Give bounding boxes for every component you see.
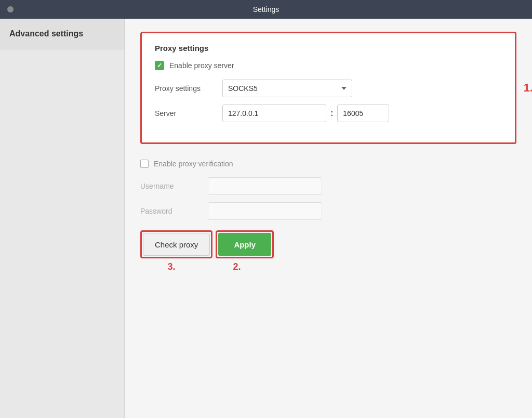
annotation-2: 2. <box>206 262 268 272</box>
buttons-area: Check proxy Apply <box>140 230 516 258</box>
check-proxy-wrapper: Check proxy <box>140 230 212 258</box>
proxy-type-select[interactable]: SOCKS5 SOCKS4 HTTP HTTPS <box>222 80 352 97</box>
verification-checkbox[interactable] <box>140 160 149 168</box>
proxy-settings-box: Proxy settings Enable proxy server Proxy… <box>140 32 516 144</box>
enable-proxy-label: Enable proxy server <box>169 61 234 70</box>
proxy-type-row: Proxy settings SOCKS5 SOCKS4 HTTP HTTPS <box>155 80 502 97</box>
proxy-settings-label: Proxy settings <box>155 84 222 93</box>
apply-button[interactable]: Apply <box>218 233 271 256</box>
sidebar-item-advanced-settings[interactable]: Advanced settings <box>0 19 124 49</box>
content-area: Proxy settings Enable proxy server Proxy… <box>125 19 532 418</box>
check-proxy-button[interactable]: Check proxy <box>143 233 210 256</box>
proxy-type-control: SOCKS5 SOCKS4 HTTP HTTPS <box>222 80 502 97</box>
title-bar: Settings <box>0 0 532 19</box>
password-input[interactable] <box>208 202 322 220</box>
verification-label: Enable proxy verification <box>154 160 233 168</box>
password-label: Password <box>140 207 208 215</box>
proxy-settings-title: Proxy settings <box>155 44 502 53</box>
window-title: Settings <box>253 5 280 14</box>
main-layout: Advanced settings Proxy settings Enable … <box>0 19 532 418</box>
username-row: Username <box>140 177 516 195</box>
apply-wrapper: Apply <box>216 230 274 258</box>
password-row: Password <box>140 202 516 220</box>
enable-proxy-row: Enable proxy server <box>155 61 502 70</box>
enable-proxy-checkbox[interactable] <box>155 61 164 70</box>
username-input[interactable] <box>208 177 322 195</box>
server-port-input[interactable] <box>337 104 389 122</box>
annotation-3: 3. <box>140 262 203 272</box>
server-inputs: : <box>222 104 389 122</box>
sidebar: Advanced settings <box>0 19 125 418</box>
verification-row: Enable proxy verification <box>140 160 516 168</box>
annotation-1: 1. <box>524 81 532 95</box>
server-row: Server : <box>155 104 502 122</box>
server-colon: : <box>330 109 333 118</box>
window-control-dot[interactable] <box>7 6 14 12</box>
server-label: Server <box>155 109 222 117</box>
username-label: Username <box>140 182 208 190</box>
server-ip-input[interactable] <box>222 104 326 122</box>
lower-section: Enable proxy verification Username Passw… <box>140 154 516 278</box>
annotations-row: 3. 2. <box>140 262 516 272</box>
